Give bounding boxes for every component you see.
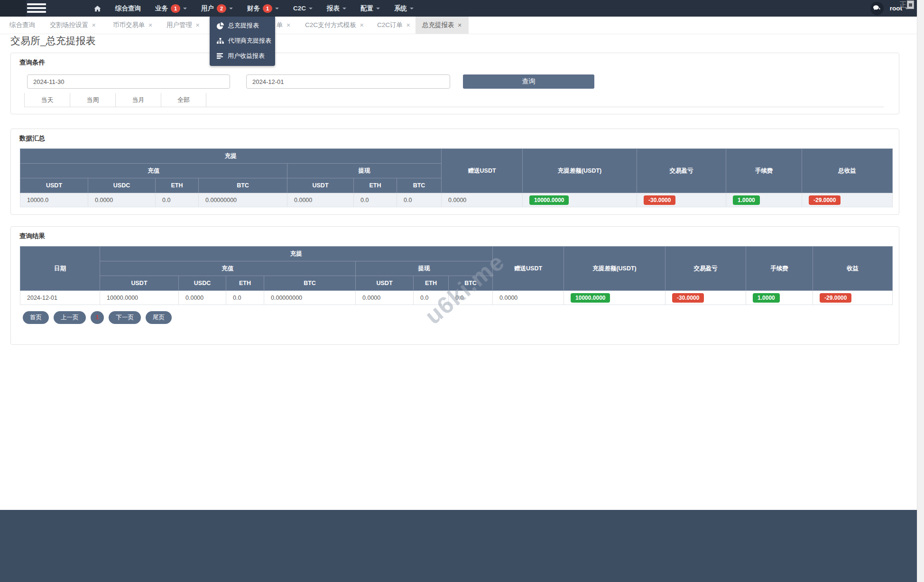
next-page-button[interactable]: 下一页: [109, 311, 141, 324]
close-icon[interactable]: ✕: [458, 22, 462, 28]
tab-delivery-control[interactable]: 交割场控设置 ✕: [45, 17, 101, 34]
cell-value: 0.0: [397, 193, 442, 207]
cell-value: 0.0000: [442, 193, 523, 207]
close-icon[interactable]: ✕: [286, 22, 291, 28]
cell-value: 10000.0000: [100, 291, 179, 305]
column-header: 充提: [100, 247, 493, 261]
cell-badge: -29.0000: [802, 193, 893, 207]
column-header: 充提: [20, 149, 442, 164]
ime-icon: [907, 0, 914, 9]
query-conditions-panel: 查询条件 查询 当天 当周 当月 全部: [10, 53, 899, 114]
column-header: 充提差额(USDT): [564, 247, 665, 291]
open-tabs-bar: 综合查询 交割场控设置 ✕ 币币交易单 ✕ 用户管理 ✕ 单 ✕ C2C支付方式…: [0, 17, 924, 34]
nav-item-reports[interactable]: 报表: [327, 4, 346, 13]
nav-item-c2c[interactable]: C2C: [293, 5, 313, 12]
home-icon[interactable]: [94, 5, 101, 12]
data-summary-panel: 数据汇总 充提 赠送USDT 充提差额(USDT) 交易盈亏 手续费 总收益 充…: [10, 129, 899, 215]
cell-badge: 1.0000: [726, 193, 802, 207]
tab-c2c-payment-template[interactable]: C2C支付方式模板 ✕: [300, 17, 369, 34]
cell-badge: 1.0000: [746, 291, 813, 305]
status-badge: 10000.0000: [529, 195, 569, 205]
status-badge: 1.0000: [753, 293, 780, 303]
results-panel-heading: 查询结果: [19, 232, 45, 240]
status-badge: 1.0000: [733, 195, 760, 205]
column-header: BTC: [397, 178, 442, 193]
page-title: 交易所_总充提报表: [10, 34, 96, 47]
column-header: USDC: [179, 276, 226, 291]
nav-item-overview[interactable]: 综合查询: [115, 4, 141, 13]
menu-item-total-report[interactable]: 总充提报表: [210, 18, 275, 33]
filter-today[interactable]: 当天: [24, 93, 70, 107]
column-header: USDT: [100, 276, 179, 291]
column-header: 提现: [287, 164, 442, 178]
column-header: ETH: [156, 178, 199, 193]
filter-all[interactable]: 全部: [161, 93, 206, 107]
column-header: 交易盈亏: [665, 247, 746, 291]
pagination: 首页 上一页 1 下一页 尾页: [23, 311, 172, 324]
query-panel-heading: 查询条件: [19, 58, 45, 67]
filter-this-week[interactable]: 当周: [70, 93, 115, 107]
nav-item-users[interactable]: 用户 2: [201, 4, 233, 13]
nav-item-system[interactable]: 系统: [394, 4, 414, 13]
nav-item-config[interactable]: 配置: [360, 4, 380, 13]
cell-value: 0.00000000: [264, 291, 356, 305]
tab-user-management[interactable]: 用户管理 ✕: [162, 17, 204, 34]
nav-item-finance[interactable]: 财务 1: [247, 4, 279, 13]
cell-value: 0.0000: [179, 291, 226, 305]
cell-badge: -30.0000: [637, 193, 726, 207]
prev-page-button[interactable]: 上一页: [54, 311, 86, 324]
first-page-button[interactable]: 首页: [23, 311, 49, 324]
status-badge: 10000.0000: [571, 293, 610, 303]
report-list-icon: [217, 53, 223, 59]
chat-bubbles-icon: [873, 5, 880, 11]
column-header: ETH: [226, 276, 264, 291]
column-header: USDT: [287, 178, 354, 193]
nav-item-business[interactable]: 业务 1: [155, 4, 187, 13]
tab-spot-orders[interactable]: 币币交易单 ✕: [108, 17, 157, 34]
status-badge: -30.0000: [672, 293, 704, 303]
column-header: ETH: [414, 276, 449, 291]
end-date-input[interactable]: [246, 74, 450, 89]
quick-date-filters: 当天 当周 当月 全部: [24, 93, 884, 107]
reports-dropdown-menu: 总充提报表 代理商充提报表 用户收益报表: [210, 17, 275, 66]
scrollbar-track[interactable]: [917, 0, 924, 582]
tab-partially-hidden[interactable]: 单 ✕: [272, 17, 296, 34]
filter-this-month[interactable]: 当月: [115, 93, 161, 107]
tab-total-report-active[interactable]: 总充提报表 ✕: [416, 17, 469, 34]
column-header: 收益: [813, 247, 893, 291]
cell-badge: -29.0000: [813, 291, 893, 305]
admin-page: 综合查询 业务 1 用户 2 财务 1 C2C 报表: [0, 0, 924, 582]
cell-value: 0.0: [354, 193, 397, 207]
top-navbar: 综合查询 业务 1 用户 2 财务 1 C2C 报表: [0, 0, 924, 17]
table-row: 10000.0 0.0000 0.0 0.00000000 0.0000 0.0…: [20, 193, 893, 207]
last-page-button[interactable]: 尾页: [146, 311, 172, 324]
column-header: USDC: [88, 178, 156, 193]
notification-badge: 2: [217, 4, 226, 13]
column-header: BTC: [449, 276, 493, 291]
cell-value: 0.0000: [88, 193, 156, 207]
tab-c2c-orders[interactable]: C2C订单 ✕: [372, 17, 415, 34]
close-icon[interactable]: ✕: [195, 22, 200, 28]
notification-badge: 1: [263, 4, 272, 13]
messages-button[interactable]: [870, 2, 884, 15]
close-icon[interactable]: ✕: [406, 22, 410, 28]
cell-value: 0.0: [156, 193, 199, 207]
sidebar-toggle-button[interactable]: [27, 3, 46, 13]
status-badge: -30.0000: [644, 195, 675, 205]
search-button[interactable]: 查询: [463, 74, 594, 89]
close-icon[interactable]: ✕: [92, 22, 96, 28]
summary-panel-heading: 数据汇总: [19, 134, 45, 143]
column-header: 提现: [356, 261, 493, 276]
close-icon[interactable]: ✕: [360, 22, 364, 28]
cell-value: 0.0000: [287, 193, 354, 207]
menu-item-agent-report[interactable]: 代理商充提报表: [210, 33, 275, 48]
tab-overview[interactable]: 综合查询: [5, 17, 40, 34]
start-date-input[interactable]: [27, 74, 230, 89]
menu-item-user-profit-report[interactable]: 用户收益报表: [210, 48, 275, 64]
status-badge: -29.0000: [809, 195, 841, 205]
pie-chart-icon: [217, 22, 224, 29]
current-page-button[interactable]: 1: [91, 311, 104, 324]
cell-value: 0.0: [449, 291, 493, 305]
close-icon[interactable]: ✕: [148, 22, 153, 28]
column-header: 日期: [20, 247, 100, 291]
